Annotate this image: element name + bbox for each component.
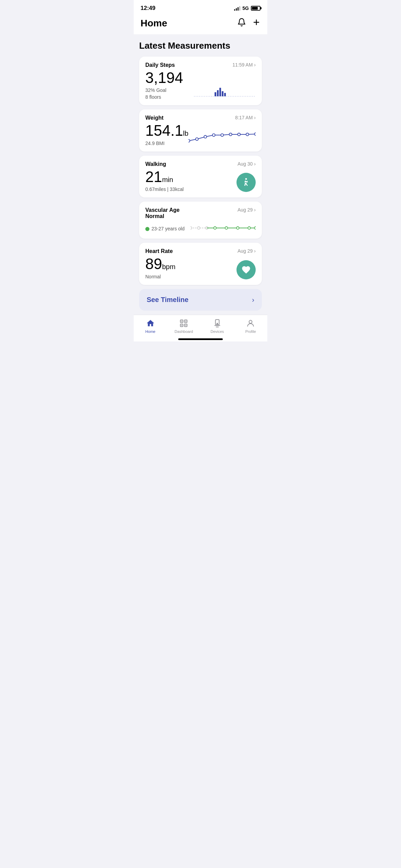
svg-rect-3 (215, 92, 216, 96)
heart-rate-time: Aug 29 › (238, 248, 256, 254)
network-type: 5G (242, 5, 249, 11)
vascular-range: 23-27 years old (145, 226, 191, 231)
svg-point-9 (195, 138, 198, 141)
svg-point-26 (248, 227, 251, 229)
page-title: Home (141, 18, 167, 29)
svg-rect-4 (217, 90, 219, 96)
nav-profile[interactable]: Profile (234, 318, 268, 334)
svg-point-11 (212, 134, 215, 136)
svg-point-10 (204, 135, 207, 138)
svg-point-25 (236, 227, 239, 229)
heart-rate-value: 89bpm (145, 256, 236, 272)
svg-point-24 (225, 227, 228, 229)
vascular-dot-icon (145, 227, 149, 231)
signal-icon (234, 6, 240, 11)
nav-home-label: Home (145, 329, 155, 334)
heart-rate-card[interactable]: Heart Rate Aug 29 › 89bpm Normal (139, 243, 262, 285)
svg-point-13 (229, 133, 232, 136)
walking-label: Walking (145, 161, 166, 167)
steps-bar-chart (194, 83, 256, 100)
walking-card[interactable]: Walking Aug 30 › 21min 0.67miles | 33kca… (139, 156, 262, 197)
svg-point-12 (221, 134, 223, 136)
daily-steps-goal: 32% Goal (145, 87, 194, 93)
svg-point-27 (254, 227, 256, 229)
weight-time: 8:17 AM › (235, 115, 256, 120)
nav-profile-label: Profile (245, 329, 256, 334)
timeline-chevron-icon: › (252, 296, 254, 304)
weight-value: 154.1lb (145, 122, 189, 139)
weight-bmi: 24.9 BMI (145, 141, 189, 146)
add-icon[interactable] (252, 18, 260, 28)
notification-bell-icon[interactable] (237, 18, 246, 29)
nav-devices-label: Devices (210, 329, 224, 334)
nav-devices[interactable]: Devices (200, 318, 234, 334)
daily-steps-time: 11:59 AM › (232, 62, 256, 68)
svg-point-20 (197, 227, 200, 229)
nav-dashboard-label: Dashboard (174, 329, 193, 334)
status-time: 12:49 (141, 5, 155, 12)
walking-icon (236, 173, 256, 192)
svg-point-8 (189, 140, 190, 142)
vascular-time: Aug 29 › (238, 207, 256, 213)
battery-icon (251, 6, 260, 11)
home-indicator-bar (178, 338, 223, 340)
heart-rate-status: Normal (145, 274, 236, 279)
svg-point-14 (238, 133, 240, 136)
daily-steps-floors: 8 floors (145, 94, 194, 100)
main-content: Latest Measurements Daily Steps 11:59 AM… (134, 34, 267, 285)
header: Home (134, 14, 267, 34)
header-actions (237, 18, 260, 29)
daily-steps-label: Daily Steps (145, 62, 175, 68)
daily-steps-card[interactable]: Daily Steps 11:59 AM › 3,194 32% Goal 8 … (139, 57, 262, 105)
status-icons: 5G (234, 5, 260, 11)
svg-point-17 (245, 178, 247, 180)
daily-steps-value: 3,194 (145, 70, 194, 86)
weight-card[interactable]: Weight 8:17 AM › 154.1lb 24.9 BMI (139, 109, 262, 151)
section-title: Latest Measurements (139, 40, 262, 51)
heart-rate-icon (236, 260, 256, 279)
svg-rect-7 (224, 93, 226, 96)
vascular-normal-label: Normal (145, 213, 180, 219)
nav-home[interactable]: Home (134, 318, 167, 334)
heart-rate-label: Heart Rate (145, 248, 173, 254)
dashboard-nav-icon (179, 318, 189, 328)
home-nav-icon (146, 318, 155, 328)
weight-line-chart (189, 125, 256, 146)
walking-detail: 0.67miles | 33kcal (145, 186, 236, 192)
devices-nav-icon (212, 318, 222, 328)
vascular-line-chart (191, 223, 256, 233)
svg-rect-6 (222, 91, 223, 96)
weight-label: Weight (145, 115, 163, 121)
vascular-age-label: Vascular Age (145, 207, 180, 213)
svg-rect-5 (219, 88, 221, 96)
status-bar: 12:49 5G (134, 0, 267, 14)
bottom-nav: Home Dashboard Dev (134, 315, 267, 336)
svg-point-15 (246, 133, 249, 136)
svg-point-19 (191, 227, 192, 229)
see-timeline-button[interactable]: See Timeline › (139, 289, 262, 311)
profile-nav-icon (246, 318, 255, 328)
walking-value: 21min (145, 169, 236, 185)
svg-point-37 (217, 323, 218, 324)
svg-point-23 (214, 227, 216, 229)
walking-time: Aug 30 › (238, 161, 256, 167)
timeline-label: See Timeline (147, 296, 189, 304)
svg-point-16 (254, 133, 256, 135)
vascular-age-card[interactable]: Vascular Age Normal Aug 29 › 23-27 years… (139, 202, 262, 239)
home-indicator (134, 336, 267, 341)
nav-dashboard[interactable]: Dashboard (167, 318, 201, 334)
svg-point-38 (249, 320, 252, 323)
